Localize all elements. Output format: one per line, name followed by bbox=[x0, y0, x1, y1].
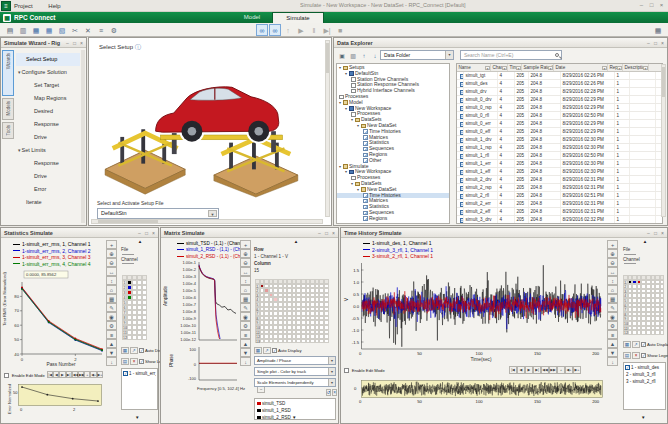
pan-horizontal-icon[interactable]: ↔ bbox=[106, 267, 117, 276]
menu-help[interactable]: Help bbox=[48, 3, 60, 9]
scale-mode-select[interactable]: Scale Elements Independently▼ bbox=[254, 378, 336, 387]
plot-style-select[interactable]: Single plot - Color by track▼ bbox=[254, 367, 336, 376]
clear-icon[interactable]: × bbox=[332, 389, 337, 396]
table-row[interactable]: simult_1_err 4 205 204.8 8/29/2016 02:30… bbox=[457, 160, 662, 168]
disconnect-icon[interactable]: ∞ bbox=[269, 24, 281, 36]
marker-icon[interactable]: ◉ bbox=[240, 312, 251, 321]
cursor-icon[interactable]: + bbox=[106, 240, 117, 249]
fit-view-icon[interactable]: ⌂ bbox=[240, 285, 251, 294]
pan-horizontal-icon[interactable]: ↔ bbox=[240, 267, 251, 276]
app-icon[interactable]: ≡ bbox=[1, 1, 11, 11]
panel-minimize-icon[interactable]: – bbox=[64, 38, 71, 48]
tools-wrench-icon[interactable]: ⚙ bbox=[108, 24, 120, 36]
marker-icon[interactable]: ◉ bbox=[607, 312, 618, 321]
side-tab[interactable]: Wizards bbox=[2, 50, 14, 96]
chevron-down-icon[interactable]: ▼ bbox=[328, 357, 335, 364]
explorer-tree-item[interactable]: Regions bbox=[337, 216, 449, 222]
side-tab[interactable]: Models bbox=[2, 98, 14, 120]
marker-icon[interactable]: ◉ bbox=[106, 312, 117, 321]
wizard-tree-item[interactable]: Set Target bbox=[16, 79, 80, 92]
setup-vertical-scrollbar[interactable] bbox=[325, 40, 330, 217]
panel-minimize-icon[interactable]: – bbox=[645, 228, 652, 238]
wizard-tree-item[interactable]: Error bbox=[16, 183, 80, 196]
grid-icon[interactable]: ▦ bbox=[106, 294, 117, 303]
new-datafolder-icon[interactable]: ▧ bbox=[56, 24, 68, 36]
search-input[interactable]: Search Name (Ctrl+E) bbox=[460, 50, 562, 60]
show-legend-checkbox[interactable] bbox=[641, 353, 646, 358]
scale-up-icon[interactable]: ▲ bbox=[607, 339, 618, 348]
connect-icon[interactable]: ∞ bbox=[256, 24, 268, 36]
step-icon[interactable]: ▶| bbox=[321, 24, 333, 36]
tab-simulate[interactable]: Simulate bbox=[272, 12, 324, 23]
remove-icon[interactable]: × bbox=[130, 358, 138, 365]
maximize-icon[interactable]: □ bbox=[647, 1, 656, 9]
filter-icon[interactable]: ▼ bbox=[485, 66, 490, 71]
zoom-in-icon[interactable]: ⊕ bbox=[106, 249, 117, 258]
table-row[interactable]: simult_tgt 4 205 204.8 8/29/2016 02:26 P… bbox=[457, 72, 662, 80]
setup-horizontal-scrollbar[interactable] bbox=[91, 219, 323, 224]
legend-entry[interactable]: 1-simult_err_rms, 3, Channel 3 bbox=[13, 254, 91, 261]
amplitude-chart[interactable] bbox=[198, 261, 238, 342]
filter-icon[interactable]: ▼ bbox=[617, 66, 622, 71]
grid-cell[interactable] bbox=[324, 339, 329, 344]
scale-down-icon[interactable]: ▼ bbox=[607, 348, 618, 357]
remove-icon[interactable]: × bbox=[632, 352, 640, 359]
collapse-up-icon[interactable]: ▲ bbox=[121, 239, 159, 245]
table-row[interactable]: simult_0_rsp 4 205 204.8 8/29/2016 02:29… bbox=[457, 104, 662, 112]
nav-rewind-button[interactable]: ◀◀ bbox=[541, 366, 549, 374]
expand-arrow-icon[interactable]: ▾ bbox=[18, 69, 21, 75]
display-grid-icon[interactable]: ▦ bbox=[121, 347, 129, 354]
layers-icon[interactable]: ≡ bbox=[106, 330, 117, 339]
delete-icon[interactable]: ✕ bbox=[82, 24, 94, 36]
scale-down-icon[interactable]: ▼ bbox=[106, 348, 117, 357]
table-row[interactable]: simult_0_err 4 205 204.8 8/29/2016 02:29… bbox=[457, 120, 662, 128]
layout-icon[interactable]: ▦ bbox=[652, 24, 664, 36]
table-row[interactable]: simult_1_rsp 4 205 204.8 8/29/2016 02:30… bbox=[457, 144, 662, 152]
run-icon[interactable]: ▶ bbox=[295, 24, 307, 36]
tab-model[interactable]: Model bbox=[232, 12, 272, 23]
table-row[interactable]: simult_des 4 205 204.8 8/29/2016 02:26 P… bbox=[457, 80, 662, 88]
nav-step-fwd-button[interactable]: ▶+ bbox=[97, 371, 103, 378]
collapse-down-icon[interactable]: ▼ bbox=[135, 415, 139, 421]
trace-checkbox[interactable] bbox=[123, 371, 128, 376]
column-header[interactable]: Time (s)▼ bbox=[508, 64, 522, 71]
nav-add-button[interactable]: + bbox=[557, 366, 565, 374]
wizard-tree-item[interactable]: Iterate bbox=[16, 196, 80, 209]
statistics-overview-chart[interactable] bbox=[18, 384, 102, 406]
cursor-icon[interactable]: + bbox=[240, 240, 251, 249]
trend-icon[interactable]: ↗ bbox=[130, 347, 138, 354]
statistics-chart[interactable]: 8070605040020.0000, 85.8562 bbox=[8, 268, 108, 364]
column-header[interactable]: Repeats▼ bbox=[608, 64, 623, 71]
grid-icon[interactable]: ▦ bbox=[240, 294, 251, 303]
trace-item[interactable]: simult_TSD bbox=[256, 400, 334, 407]
new-folder-icon[interactable]: ▣ bbox=[337, 51, 347, 61]
explorer-view-select[interactable]: Data Folder ▼ bbox=[380, 50, 454, 60]
nav-last-button[interactable]: ▶| bbox=[533, 366, 541, 374]
table-row[interactable]: simult_2_rfl 4 205 204.8 8/29/2016 02:51… bbox=[457, 192, 662, 200]
panel-float-icon[interactable]: □ bbox=[652, 38, 659, 48]
edit-icon[interactable]: ✎ bbox=[106, 303, 117, 312]
zoom-in-icon[interactable]: ⊕ bbox=[607, 249, 618, 258]
filter-icon[interactable]: ▼ bbox=[548, 66, 553, 71]
fit-view-icon[interactable]: ⌂ bbox=[106, 285, 117, 294]
wizard-tree-item[interactable]: ▾Set Limits bbox=[16, 144, 80, 157]
trace-checkbox[interactable] bbox=[625, 365, 630, 370]
collapse-up-icon[interactable]: ▲ bbox=[623, 239, 667, 245]
save-icon[interactable]: ▤ bbox=[4, 24, 16, 36]
settings-icon[interactable]: ⚙ bbox=[106, 321, 117, 330]
table-row[interactable]: simult_0_eff 4 205 204.8 8/29/2016 02:29… bbox=[457, 128, 662, 136]
table-row[interactable]: simult_2_err 4 205 204.8 8/29/2016 02:31… bbox=[457, 200, 662, 208]
column-header[interactable]: Sample Rate (Hz)▼ bbox=[522, 64, 554, 71]
info-icon[interactable]: ⓘ bbox=[135, 44, 141, 50]
legend-entry[interactable]: 1-simult_err_rms, 1, Channel 1 bbox=[13, 241, 91, 248]
settings-icon[interactable]: ⚙ bbox=[240, 321, 251, 330]
scale-down-icon[interactable]: ▼ bbox=[240, 348, 251, 357]
chevron-down-icon[interactable]: ▼ bbox=[208, 210, 217, 217]
menu-project[interactable]: Project bbox=[14, 3, 33, 9]
pan-vertical-icon[interactable]: ↕ bbox=[607, 276, 618, 285]
legend-entry[interactable]: 2-simult_3_rfl, 1, Channel 1 bbox=[363, 247, 433, 254]
table-row[interactable]: simult_2_eff 4 205 204.8 8/29/2016 02:31… bbox=[457, 208, 662, 216]
zoom-in-icon[interactable]: ⊕ bbox=[240, 249, 251, 258]
table-row[interactable]: simult_2_drv 4 205 204.8 8/29/2016 02:31… bbox=[457, 176, 662, 184]
trace-item[interactable]: 2 - simult_3_rfl bbox=[625, 371, 664, 378]
